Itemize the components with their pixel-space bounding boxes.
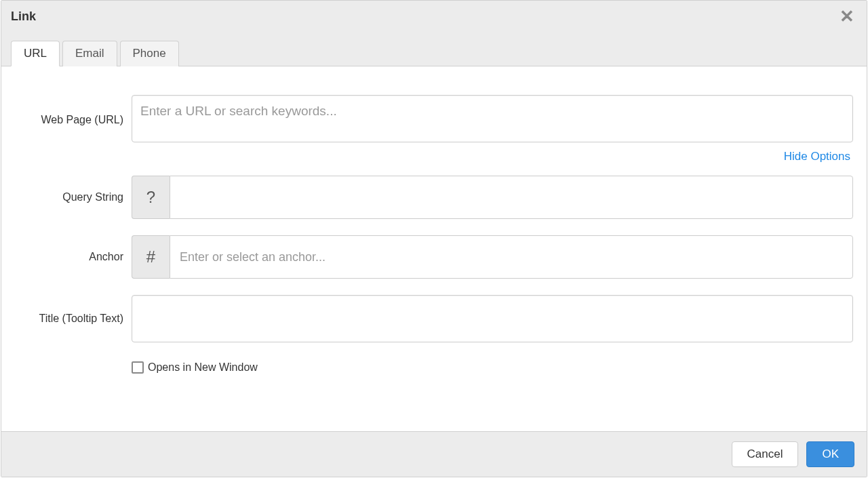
query-row: Query String ? (15, 176, 853, 219)
anchor-row: Anchor # (15, 235, 853, 279)
tabs-row: URL Email Phone (1, 32, 867, 66)
title-row: Title (Tooltip Text) (15, 295, 853, 342)
cancel-button[interactable]: Cancel (732, 441, 799, 467)
link-dialog: Link ✕ URL Email Phone Web Page (URL) Hi… (1, 0, 867, 477)
new-window-row: Opens in New Window (132, 361, 853, 374)
hide-options-row: Hide Options (15, 150, 853, 163)
url-input[interactable] (132, 95, 853, 142)
query-prefix-icon: ? (132, 176, 170, 219)
new-window-label: Opens in New Window (148, 361, 258, 374)
new-window-checkbox[interactable] (132, 361, 144, 374)
url-label: Web Page (URL) (15, 114, 132, 126)
anchor-prefix-icon: # (132, 235, 170, 279)
hide-options-link[interactable]: Hide Options (784, 150, 850, 163)
url-row: Web Page (URL) (15, 95, 853, 144)
title-input[interactable] (132, 295, 853, 342)
anchor-input[interactable] (170, 235, 853, 279)
anchor-label: Anchor (15, 251, 132, 263)
tab-url[interactable]: URL (11, 41, 60, 66)
title-label: Title (Tooltip Text) (15, 313, 132, 325)
query-input[interactable] (170, 176, 853, 219)
tab-email[interactable]: Email (62, 41, 117, 66)
tab-phone[interactable]: Phone (120, 41, 179, 66)
dialog-title: Link (11, 9, 36, 24)
close-icon[interactable]: ✕ (837, 7, 857, 25)
dialog-content: Web Page (URL) Hide Options Query String… (1, 66, 867, 431)
dialog-footer: Cancel OK (1, 431, 867, 477)
dialog-header: Link ✕ (1, 1, 867, 32)
query-label: Query String (15, 191, 132, 203)
ok-button[interactable]: OK (806, 441, 854, 467)
